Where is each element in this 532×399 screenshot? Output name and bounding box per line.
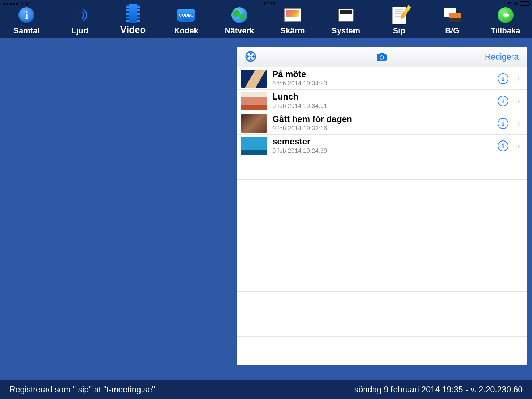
chevron-right-icon: › (517, 96, 520, 106)
status-time: 19:35 (263, 1, 275, 7)
thumbnail (241, 92, 267, 110)
svg-point-2 (252, 55, 255, 58)
tab-label: System (332, 26, 360, 35)
tab-skarm[interactable]: Skärm (266, 7, 319, 35)
tab-ljud[interactable]: Ljud (53, 7, 106, 35)
tab-label: Tillbaka (491, 26, 520, 35)
camera-icon[interactable] (376, 51, 388, 64)
chevron-right-icon: › (517, 118, 520, 129)
film-reel-icon[interactable] (245, 51, 256, 64)
tab-label: B/G (445, 26, 459, 35)
tab-video[interactable]: Video (106, 5, 160, 35)
tab-bg[interactable]: B/G (426, 7, 479, 35)
list-item-empty (237, 337, 527, 359)
video-list: På möte 9 feb 2014 19:34:53 i › Lunch 9 … (237, 67, 527, 365)
speaker-icon (71, 7, 88, 24)
edit-button[interactable]: Redigera (485, 52, 519, 62)
item-timestamp: 9 feb 2014 19:34:53 (272, 80, 492, 87)
item-timestamp: 9 feb 2014 19:32:16 (272, 125, 492, 132)
tab-samtal[interactable]: i Samtal (0, 7, 53, 35)
item-title: Gått hem för dagen (272, 114, 492, 124)
footer-bar: Registrerad som " sip" at "t-meeting.se"… (0, 380, 532, 399)
list-item-empty (237, 224, 527, 247)
tab-label: Kodek (174, 26, 198, 35)
panel-header: Redigera (237, 47, 527, 67)
screen-icon (284, 8, 301, 22)
monitor-icon (338, 9, 354, 22)
document-pencil-icon (392, 7, 406, 24)
carrier-label: 3 3G (20, 1, 30, 7)
info-button[interactable]: i (498, 73, 508, 84)
chevron-right-icon: › (517, 74, 520, 84)
info-button[interactable]: i (498, 118, 508, 129)
info-circle-icon: i (18, 7, 34, 23)
tab-label: Samtal (13, 26, 39, 35)
item-timestamp: 9 feb 2014 19:34:01 (272, 102, 492, 110)
tab-natverk[interactable]: Nätverk (213, 7, 266, 35)
battery-icon (520, 1, 529, 6)
item-title: Lunch (272, 92, 492, 101)
tab-label: Skärm (280, 26, 305, 35)
tab-tillbaka[interactable]: Tillbaka (479, 7, 532, 35)
video-list-panel: Redigera På möte 9 feb 2014 19:34:53 i ›… (237, 47, 527, 365)
tab-label: Nätverk (225, 26, 254, 35)
tab-label: Ljud (71, 26, 88, 35)
tab-label: Sip (393, 26, 405, 35)
battery-percent: 53 % (507, 1, 518, 7)
thumbnail (241, 70, 267, 88)
list-item-empty (237, 269, 527, 292)
list-item-empty (237, 247, 527, 269)
pictures-icon (444, 8, 461, 22)
main-area: Redigera På möte 9 feb 2014 19:34:53 i ›… (0, 38, 532, 380)
info-button[interactable]: i (498, 140, 508, 151)
thumbnail (241, 137, 267, 155)
svg-point-5 (250, 56, 251, 57)
globe-icon (231, 7, 247, 23)
tab-system[interactable]: System (319, 7, 372, 35)
registration-status: Registrerad som " sip" at "t-meeting.se" (9, 385, 155, 395)
svg-point-7 (380, 56, 383, 59)
tab-sip[interactable]: Sip (372, 7, 426, 35)
svg-point-1 (250, 52, 252, 55)
list-item-empty (237, 202, 527, 224)
item-timestamp: 9 feb 2014 19:24:39 (272, 147, 492, 155)
thumbnail (241, 114, 267, 133)
tab-kodek[interactable]: CODEC Kodek (160, 7, 213, 35)
list-item[interactable]: Gått hem för dagen 9 feb 2014 19:32:16 i… (237, 112, 527, 135)
item-title: semester (272, 137, 492, 146)
back-arrow-icon (498, 7, 514, 23)
status-bar: ●●●●● 3 3G 19:35 53 % (0, 0, 532, 7)
info-button[interactable]: i (498, 96, 508, 106)
list-item-empty (237, 292, 527, 314)
list-item[interactable]: Lunch 9 feb 2014 19:34:01 i › (237, 90, 527, 112)
tab-label: Video (120, 24, 146, 35)
item-title: På möte (272, 70, 492, 79)
datetime-version: söndag 9 februari 2014 19:35 - v. 2.20.2… (354, 385, 523, 395)
codec-icon: CODEC (177, 9, 195, 22)
chevron-right-icon: › (517, 141, 520, 151)
list-item-empty (237, 157, 527, 180)
svg-point-3 (250, 58, 252, 60)
list-item[interactable]: semester 9 feb 2014 19:24:39 i › (237, 135, 527, 157)
list-item[interactable]: På möte 9 feb 2014 19:34:53 i › (237, 67, 527, 90)
svg-point-4 (247, 55, 249, 58)
signal-dots: ●●●●● (3, 1, 19, 7)
list-item-empty (237, 180, 527, 202)
list-item-empty (237, 314, 527, 337)
